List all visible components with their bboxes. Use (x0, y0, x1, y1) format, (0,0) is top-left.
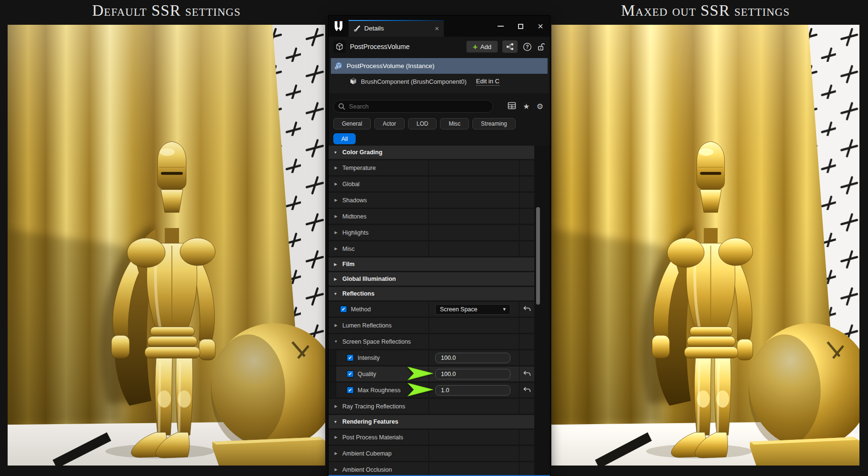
edit-in-cpp-link[interactable]: Edit in C (476, 78, 499, 86)
category-label: Reflections (342, 290, 374, 297)
property-intensity-row[interactable]: ✔Intensity100.0 (329, 350, 534, 365)
window-maximize-button[interactable] (518, 24, 523, 29)
reset-to-default-button[interactable] (523, 387, 531, 394)
window-minimize-button[interactable] (498, 26, 504, 27)
scrollbar-thumb[interactable] (536, 207, 540, 305)
collapsed-triangle-icon[interactable]: ▶ (333, 277, 338, 281)
quality-input[interactable]: 100.0 (435, 369, 510, 379)
collapsed-triangle-icon[interactable]: ▶ (333, 247, 339, 251)
property-label: Shadows (342, 197, 367, 204)
group-screen-space-reflections-row[interactable]: ▼Screen Space Reflections (329, 334, 534, 349)
group-global-row[interactable]: ▶Global (329, 177, 534, 191)
scrollbar-track[interactable] (534, 146, 550, 475)
collapsed-triangle-icon[interactable]: ▶ (333, 404, 339, 408)
category-label: Film (342, 261, 355, 268)
property-label: Intensity (358, 355, 380, 361)
property-quality-row[interactable]: ✔Quality100.0 (329, 367, 534, 381)
details-tab-icon (353, 24, 360, 33)
display-options-grid-icon[interactable] (508, 101, 516, 111)
group-ambient-occlusion-row[interactable]: ▶Ambient Occlusion (329, 462, 534, 475)
instance-cube-icon (335, 61, 343, 71)
method-dropdown[interactable]: Screen Space▾ (435, 304, 510, 315)
intensity-input[interactable]: 100.0 (435, 353, 510, 363)
filter-misc-button[interactable]: Misc (440, 118, 469, 129)
settings-gear-icon[interactable]: ⚙ (537, 103, 543, 110)
green-highlight-arrow-icon (408, 367, 433, 381)
property-label: Post Process Materials (342, 434, 403, 441)
category-rendering-features[interactable]: ▼Rendering Features (329, 415, 534, 428)
group-ambient-cubemap-row[interactable]: ▶Ambient Cubemap (329, 446, 534, 461)
right-title: Maxed out SSR settings (551, 0, 859, 21)
group-lumen-reflections-row[interactable]: ▶Lumen Reflections (329, 318, 534, 333)
collapsed-triangle-icon[interactable]: ▶ (333, 262, 338, 267)
search-icon (338, 103, 346, 112)
component-hierarchy-button[interactable] (502, 40, 518, 53)
expanded-triangle-icon[interactable]: ▼ (333, 339, 339, 344)
group-post-process-materials-row[interactable]: ▶Post Process Materials (329, 430, 534, 445)
group-highlights-row[interactable]: ▶Highlights (329, 225, 534, 240)
collapsed-triangle-icon[interactable]: ▶ (333, 230, 339, 235)
property-label: Highlights (342, 229, 369, 236)
favorites-star-icon[interactable]: ★ (523, 103, 529, 110)
add-button[interactable]: + Add (466, 40, 498, 53)
search-input[interactable] (349, 100, 488, 112)
collapsed-triangle-icon[interactable]: ▶ (333, 166, 339, 170)
filter-lod-button[interactable]: LOD (408, 118, 437, 129)
filter-actor-button[interactable]: Actor (374, 118, 405, 129)
brush-component-row[interactable]: BrushComponent (BrushComponent0) Edit in… (329, 74, 549, 89)
collapsed-triangle-icon[interactable]: ▶ (333, 214, 339, 218)
max-roughness-checkbox[interactable]: ✔ (347, 387, 354, 394)
green-highlight-arrow-icon (408, 383, 433, 397)
filter-general-button[interactable]: General (333, 118, 371, 129)
expanded-triangle-icon[interactable]: ▼ (333, 420, 338, 424)
category-reflections[interactable]: ▼Reflections (329, 287, 534, 300)
property-label: Ray Tracing Reflections (342, 403, 405, 410)
tab-close-icon[interactable]: × (435, 24, 439, 32)
property-label: Ambient Occlusion (342, 466, 392, 473)
help-icon[interactable]: ? (523, 42, 532, 51)
collapsed-triangle-icon[interactable]: ▶ (333, 435, 339, 439)
search-side-icons: ★ ⚙ (508, 101, 543, 111)
group-misc-row[interactable]: ▶Misc (329, 241, 534, 256)
property-label: Ambient Cubemap (342, 450, 392, 457)
instance-row-selected[interactable]: PostProcessVolume (Instance) (331, 58, 548, 74)
category-global-illumination[interactable]: ▶Global Illumination (329, 272, 534, 286)
expanded-triangle-icon[interactable]: ▼ (333, 292, 338, 296)
component-cube-icon (349, 77, 357, 86)
group-midtones-row[interactable]: ▶Midtones (329, 209, 534, 224)
unlock-icon[interactable] (537, 42, 545, 51)
property-label: Misc (342, 246, 355, 252)
group-ray-tracing-reflections-row[interactable]: ▶Ray Tracing Reflections (329, 399, 534, 414)
tab-label: Details (364, 25, 384, 32)
group-temperature-row[interactable]: ▶Temperature (329, 160, 534, 175)
expanded-triangle-icon[interactable]: ▼ (333, 150, 338, 155)
collapsed-triangle-icon[interactable]: ▶ (333, 451, 339, 456)
add-button-label: Add (480, 43, 491, 50)
tab-details[interactable]: Details × (349, 20, 444, 37)
property-label: Screen Space Reflections (342, 338, 411, 345)
category-filter-buttons: GeneralActorLODMiscStreaming (333, 118, 516, 129)
property-label: Lumen Reflections (342, 322, 392, 329)
property-label: Method (351, 306, 371, 313)
property-label: Global (342, 181, 359, 188)
category-film[interactable]: ▶Film (329, 258, 534, 271)
intensity-checkbox[interactable]: ✔ (347, 354, 354, 361)
filter-streaming-button[interactable]: Streaming (472, 118, 516, 129)
max-roughness-input[interactable]: 1.0 (435, 385, 510, 396)
collapsed-triangle-icon[interactable]: ▶ (333, 198, 339, 202)
search-box[interactable] (333, 100, 493, 113)
reset-to-default-button[interactable] (523, 370, 531, 378)
category-color-grading[interactable]: ▼Color Grading (329, 146, 534, 159)
filter-all-button[interactable]: All (333, 133, 356, 144)
collapsed-triangle-icon[interactable]: ▶ (333, 467, 339, 472)
reset-to-default-button[interactable] (523, 306, 531, 313)
method-checkbox[interactable]: ✔ (340, 306, 347, 313)
property-max-roughness-row[interactable]: ✔Max Roughness1.0 (329, 383, 534, 397)
property-method-row[interactable]: ✔MethodScreen Space▾ (329, 302, 534, 317)
collapsed-triangle-icon[interactable]: ▶ (333, 182, 339, 186)
collapsed-triangle-icon[interactable]: ▶ (333, 323, 339, 327)
group-shadows-row[interactable]: ▶Shadows (329, 193, 534, 208)
window-close-button[interactable]: × (538, 21, 543, 31)
comparison-screenshot: Default SSR settings Maxed out SSR setti… (0, 0, 868, 476)
quality-checkbox[interactable]: ✔ (347, 370, 354, 377)
